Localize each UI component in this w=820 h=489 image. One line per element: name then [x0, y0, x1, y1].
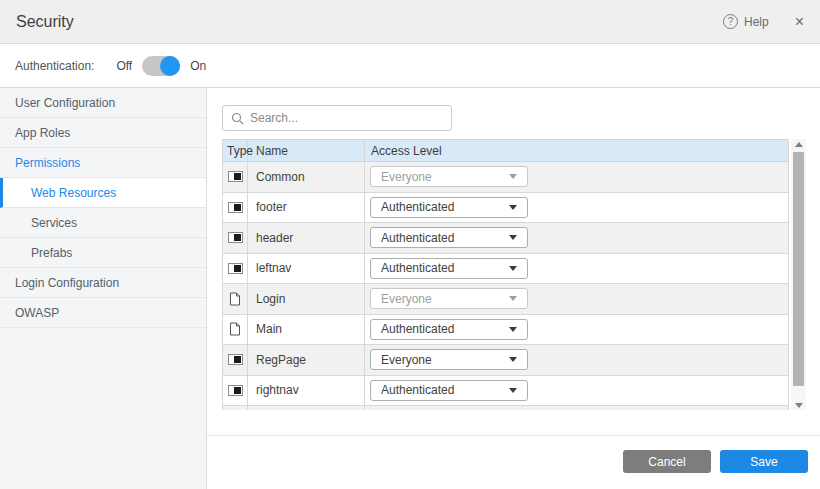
footer-actions: Cancel Save: [207, 436, 820, 473]
name-cell: Main: [248, 315, 365, 345]
access-level-cell: Everyone: [365, 162, 788, 192]
access-level-dropdown[interactable]: Authenticated: [370, 380, 528, 401]
triangle-up-icon: [795, 142, 803, 147]
access-level-cell: Authenticated: [365, 254, 788, 284]
sidebar-item-owasp[interactable]: OWASP: [0, 298, 206, 328]
access-level-dropdown[interactable]: Authenticated: [370, 319, 528, 340]
authentication-label: Authentication:: [15, 59, 94, 73]
name-cell: Login: [248, 284, 365, 314]
toggle-on-label: On: [190, 59, 206, 73]
authentication-toggle[interactable]: [142, 56, 180, 76]
scrollbar-thumb[interactable]: [793, 152, 804, 386]
sidebar-item-permissions[interactable]: Permissions: [0, 148, 206, 178]
access-level-cell: Authenticated: [365, 193, 788, 223]
sidebar-item-label: Login Configuration: [15, 276, 119, 290]
sidebar-item-label: Web Resources: [31, 186, 116, 200]
chevron-down-icon: [509, 235, 517, 240]
table-header-row: Type Name Access Level: [223, 139, 789, 162]
table-row: Login Everyone: [223, 284, 789, 315]
access-level-cell: Everyone: [365, 345, 788, 375]
access-level-cell: [365, 406, 788, 410]
sidebar-item-app-roles[interactable]: App Roles: [0, 118, 206, 148]
partial-type-icon: [228, 263, 243, 274]
access-level-value: Authenticated: [381, 231, 509, 245]
access-level-dropdown[interactable]: Everyone: [370, 349, 528, 370]
sidebar-item-label: Permissions: [15, 156, 80, 170]
sidebar-item-user-configuration[interactable]: User Configuration: [0, 88, 206, 118]
name-cell: RegPage: [248, 345, 365, 375]
sidebar-item-label: OWASP: [15, 306, 59, 320]
name-cell: footer: [248, 193, 365, 223]
scroll-down-arrow[interactable]: [791, 400, 806, 410]
column-header-access-level: Access Level: [365, 140, 788, 161]
chevron-down-icon: [509, 388, 517, 393]
sidebar-item-web-resources[interactable]: Web Resources: [0, 178, 206, 208]
access-level-dropdown[interactable]: Everyone: [370, 288, 528, 309]
chevron-down-icon: [509, 327, 517, 332]
sidebar-item-label: App Roles: [15, 126, 70, 140]
triangle-down-icon: [795, 403, 803, 408]
resources-table: Type Name Access Level Common Everyone: [222, 139, 820, 410]
access-level-value: Authenticated: [381, 322, 509, 336]
close-icon[interactable]: ×: [795, 14, 804, 30]
sidebar-item-label: Prefabs: [31, 246, 72, 260]
name-cell: leftnav: [248, 254, 365, 284]
sidebar: User Configuration App Roles Permissions…: [0, 88, 207, 489]
table-row: Main Authenticated: [223, 315, 789, 346]
search-input[interactable]: [250, 111, 443, 125]
access-level-cell: Everyone: [365, 284, 788, 314]
help-label: Help: [744, 15, 769, 29]
page-type-icon: [229, 292, 241, 306]
scroll-up-arrow[interactable]: [791, 139, 806, 149]
table-body: Common Everyone footer Authenticated: [223, 162, 789, 410]
access-level-dropdown[interactable]: Everyone: [370, 166, 528, 187]
search-icon: [231, 112, 244, 125]
partial-type-icon: [228, 385, 243, 396]
vertical-scrollbar[interactable]: [791, 139, 806, 410]
access-level-cell: Authenticated: [365, 315, 788, 345]
type-cell: [223, 162, 248, 192]
table-row: header Authenticated: [223, 223, 789, 254]
access-level-cell: Authenticated: [365, 376, 788, 406]
titlebar: Security ? Help ×: [0, 0, 820, 44]
column-header-type: Type: [223, 140, 248, 161]
sidebar-item-label: Services: [31, 216, 77, 230]
access-level-value: Everyone: [381, 170, 509, 184]
type-cell: [223, 345, 248, 375]
sidebar-item-prefabs[interactable]: Prefabs: [0, 238, 206, 268]
name-cell: [248, 406, 365, 410]
chevron-down-icon: [509, 205, 517, 210]
page-title: Security: [16, 13, 74, 31]
type-cell: [223, 315, 248, 345]
sidebar-item-services[interactable]: Services: [0, 208, 206, 238]
table-row: leftnav Authenticated: [223, 254, 789, 285]
access-level-dropdown[interactable]: Authenticated: [370, 197, 528, 218]
access-level-value: Everyone: [381, 292, 509, 306]
table-row: [223, 406, 789, 410]
scrollbar-track[interactable]: [791, 149, 806, 400]
content-panel: Type Name Access Level Common Everyone: [207, 88, 820, 489]
type-cell: [223, 193, 248, 223]
chevron-down-icon: [509, 174, 517, 179]
authentication-bar: Authentication: Off On: [0, 44, 820, 88]
access-level-dropdown[interactable]: Authenticated: [370, 227, 528, 248]
name-cell: Common: [248, 162, 365, 192]
access-level-dropdown[interactable]: Authenticated: [370, 258, 528, 279]
sidebar-item-login-configuration[interactable]: Login Configuration: [0, 268, 206, 298]
chevron-down-icon: [509, 266, 517, 271]
table-row: rightnav Authenticated: [223, 376, 789, 407]
access-level-value: Authenticated: [381, 261, 509, 275]
table-row: footer Authenticated: [223, 193, 789, 224]
save-button[interactable]: Save: [720, 450, 808, 473]
toggle-knob: [160, 56, 180, 76]
access-level-value: Authenticated: [381, 200, 509, 214]
type-cell: [223, 254, 248, 284]
table-row: Common Everyone: [223, 162, 789, 193]
help-icon: ?: [723, 14, 738, 29]
name-cell: header: [248, 223, 365, 253]
chevron-down-icon: [509, 296, 517, 301]
page-type-icon: [229, 322, 241, 336]
help-button[interactable]: ? Help: [723, 14, 769, 29]
cancel-button[interactable]: Cancel: [623, 450, 711, 473]
type-cell: [223, 223, 248, 253]
